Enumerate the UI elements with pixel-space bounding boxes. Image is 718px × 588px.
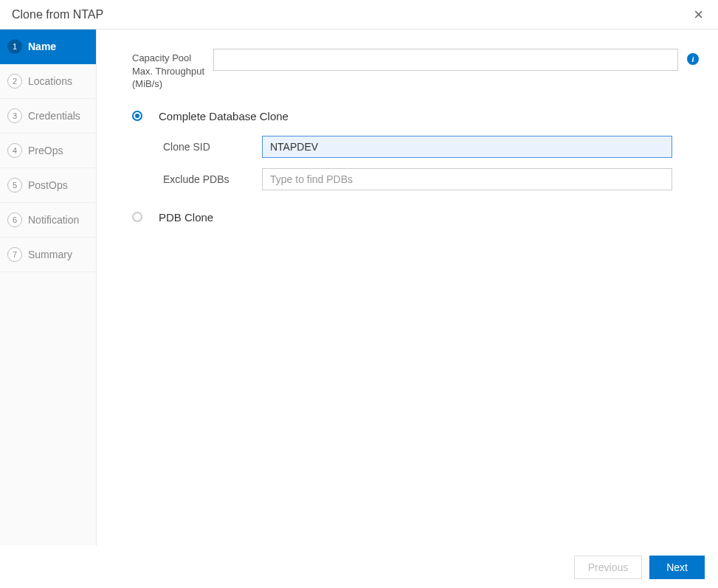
option-pdb-clone[interactable]: PDB Clone: [132, 211, 699, 224]
sidebar-item-label: Summary: [28, 249, 72, 260]
sidebar-item-postops[interactable]: 5 PostOps: [0, 168, 96, 203]
previous-button[interactable]: Previous: [574, 556, 642, 579]
sidebar-item-notification[interactable]: 6 Notification: [0, 203, 96, 238]
close-icon[interactable]: ×: [691, 5, 706, 24]
clone-sid-row: Clone SID: [163, 136, 699, 158]
step-badge: 3: [7, 108, 22, 123]
info-icon[interactable]: i: [687, 53, 699, 65]
sidebar-item-locations[interactable]: 2 Locations: [0, 64, 96, 99]
dialog-header: Clone from NTAP ×: [0, 0, 718, 30]
option-complete-database-clone[interactable]: Complete Database Clone: [132, 110, 699, 122]
wizard-sidebar: 1 Name 2 Locations 3 Credentials 4 PreOp…: [0, 30, 97, 545]
sidebar-item-name[interactable]: 1 Name: [0, 30, 96, 64]
sidebar-item-label: Name: [28, 41, 56, 52]
exclude-pdbs-row: Exclude PDBs: [163, 168, 699, 190]
clone-sid-label: Clone SID: [163, 141, 262, 153]
sidebar-item-label: Locations: [28, 75, 72, 87]
wizard-content: Capacity Pool Max. Throughput (MiB/s) i …: [97, 30, 718, 545]
sidebar-item-summary[interactable]: 7 Summary: [0, 238, 96, 272]
sidebar-item-label: PreOps: [28, 145, 63, 156]
step-badge: 6: [7, 212, 22, 227]
exclude-pdbs-input[interactable]: [262, 168, 672, 190]
capacity-label: Capacity Pool Max. Throughput (MiB/s): [132, 49, 213, 91]
option-label: PDB Clone: [159, 211, 213, 224]
next-button[interactable]: Next: [649, 556, 705, 579]
clone-sid-input[interactable]: [262, 136, 672, 158]
radio-selected-icon[interactable]: [132, 111, 142, 121]
step-badge: 4: [7, 143, 22, 158]
dialog-body: 1 Name 2 Locations 3 Credentials 4 PreOp…: [0, 30, 718, 545]
step-badge: 1: [7, 39, 22, 54]
wizard-footer: Previous Next: [97, 545, 718, 588]
capacity-row: Capacity Pool Max. Throughput (MiB/s) i: [132, 49, 699, 91]
sidebar-item-label: Credentials: [28, 110, 80, 122]
sidebar-item-label: PostOps: [28, 179, 68, 191]
radio-unselected-icon[interactable]: [132, 212, 142, 222]
step-badge: 5: [7, 178, 22, 193]
complete-clone-subform: Clone SID Exclude PDBs: [163, 136, 699, 190]
sidebar-item-preops[interactable]: 4 PreOps: [0, 134, 96, 168]
sidebar-item-credentials[interactable]: 3 Credentials: [0, 99, 96, 134]
exclude-pdbs-label: Exclude PDBs: [163, 173, 262, 185]
step-badge: 2: [7, 74, 22, 89]
option-label: Complete Database Clone: [159, 110, 289, 122]
capacity-input[interactable]: [213, 49, 678, 71]
dialog-title: Clone from NTAP: [12, 8, 103, 21]
step-badge: 7: [7, 247, 22, 262]
sidebar-item-label: Notification: [28, 214, 79, 226]
